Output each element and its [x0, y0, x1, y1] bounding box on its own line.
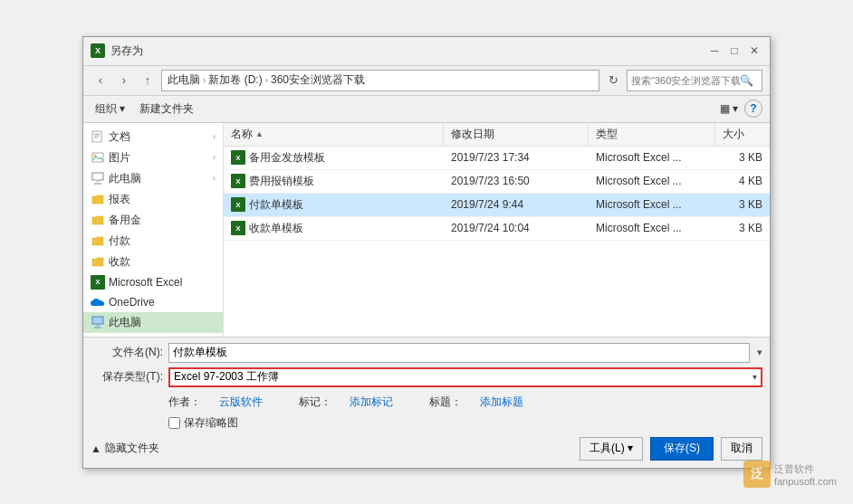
author-value[interactable]: 云版软件 — [219, 395, 263, 410]
file-size-cell: 3 KB — [715, 147, 770, 169]
sidebar-item-fukuan[interactable]: 付款 — [83, 231, 223, 252]
filename-label: 文件名(N): — [91, 345, 163, 360]
dropdown-arrow-icon: ▾ — [752, 372, 757, 382]
file-size-cell: 3 KB — [715, 194, 770, 216]
computer-icon-top — [91, 171, 105, 185]
forward-button[interactable]: › — [114, 71, 134, 90]
excel-file-icon: X — [231, 150, 245, 165]
computer-icon — [91, 315, 105, 329]
file-name-cell: X 费用报销模板 — [224, 170, 444, 193]
onedrive-icon — [91, 295, 105, 309]
filetype-dropdown[interactable]: Excel 97-2003 工作簿 ▾ — [168, 367, 762, 387]
sidebar-item-this-pc[interactable]: 此电脑 — [83, 312, 223, 333]
title-bar: X 另存为 ─ □ ✕ — [83, 37, 770, 66]
file-type-cell: Microsoft Excel ... — [589, 217, 715, 240]
sidebar-item-documents[interactable]: 文档 › — [83, 127, 223, 147]
organize-button[interactable]: 组织 ▾ — [91, 99, 129, 119]
file-type-cell: Microsoft Excel ... — [589, 194, 715, 216]
hide-folders-icon: ▲ — [91, 442, 101, 455]
sidebar-item-baobiao[interactable]: 报表 — [83, 189, 223, 210]
file-date-cell: 2019/7/24 9:44 — [444, 194, 589, 216]
folder-icon-shoukuan — [91, 254, 105, 269]
sidebar-item-beiyongjin[interactable]: 备用金 — [83, 210, 223, 231]
svg-rect-7 — [96, 180, 100, 182]
filename-input[interactable] — [168, 343, 750, 363]
title-controls: ─ □ ✕ — [706, 43, 762, 59]
search-input[interactable] — [631, 75, 740, 86]
svg-rect-10 — [96, 324, 100, 326]
file-row-selected[interactable]: X 付款单模板 2019/7/24 9:44 Microsoft Excel .… — [224, 194, 770, 217]
cancel-button[interactable]: 取消 — [721, 437, 762, 461]
svg-rect-6 — [92, 173, 103, 180]
col-header-name[interactable]: 名称 ▲ — [224, 123, 444, 146]
close-button[interactable]: ✕ — [746, 43, 762, 59]
file-name-cell: X 备用金发放模板 — [224, 147, 444, 169]
filetype-label: 保存类型(T): — [91, 369, 163, 385]
filename-dropdown-arrow[interactable]: ▾ — [757, 347, 762, 358]
file-type-cell: Microsoft Excel ... — [589, 170, 715, 193]
address-bar: ‹ › ↑ 此电脑 › 新加卷 (D:) › 360安全浏览器下载 ↻ 🔍 — [83, 66, 770, 96]
save-as-dialog: X 另存为 ─ □ ✕ ‹ › ↑ 此电脑 › 新加卷 (D:) › 360安全… — [82, 36, 771, 469]
refresh-button[interactable]: ↻ — [603, 71, 623, 90]
title-icon: X — [91, 43, 105, 58]
col-header-date[interactable]: 修改日期 — [444, 123, 589, 146]
search-icon[interactable]: 🔍 — [740, 74, 753, 87]
back-button[interactable]: ‹ — [91, 71, 110, 90]
sidebar-item-onedrive[interactable]: OneDrive — [83, 292, 223, 312]
file-row[interactable]: X 备用金发放模板 2019/7/23 17:34 Microsoft Exce… — [224, 147, 770, 170]
search-bar[interactable]: 🔍 — [627, 70, 762, 91]
filename-row: 文件名(N): ▾ — [91, 343, 762, 363]
col-header-size[interactable]: 大小 — [715, 123, 770, 146]
title-text: 另存为 — [110, 43, 706, 59]
tags-value[interactable]: 添加标记 — [350, 395, 393, 410]
filetype-row: 保存类型(T): Excel 97-2003 工作簿 ▾ — [91, 367, 762, 387]
sidebar-item-shoukuan[interactable]: 收款 — [83, 252, 223, 272]
document-icon — [91, 129, 105, 144]
action-buttons: 工具(L) ▾ 保存(S) 取消 — [580, 437, 762, 461]
file-row[interactable]: X 收款单模板 2019/7/24 10:04 Microsoft Excel … — [224, 217, 770, 241]
watermark-icon: 泛 — [743, 461, 771, 488]
title-value[interactable]: 添加标题 — [480, 395, 523, 410]
thumbnail-checkbox[interactable] — [168, 417, 180, 429]
breadcrumb-drive[interactable]: 新加卷 (D:) — [208, 72, 262, 88]
excel-icon: X — [91, 275, 105, 290]
tools-button[interactable]: 工具(L) ▾ — [580, 437, 643, 461]
author-label: 作者： — [168, 395, 201, 410]
toolbar: 组织 ▾ 新建文件夹 ▦ ▾ ? — [83, 96, 770, 123]
action-bar: ▲ 隐藏文件夹 工具(L) ▾ 保存(S) 取消 — [91, 433, 762, 462]
excel-file-icon: X — [231, 221, 245, 235]
checkbox-row: 保存缩略图 — [91, 413, 762, 433]
sidebar-item-pictures[interactable]: 图片 › — [83, 147, 223, 168]
view-icon-button[interactable]: ▦ ▾ — [715, 100, 743, 118]
sidebar: 文档 › 图片 › — [83, 123, 224, 337]
main-content: 文档 › 图片 › — [83, 123, 770, 337]
file-date-cell: 2019/7/23 16:50 — [444, 170, 589, 193]
breadcrumb[interactable]: 此电脑 › 新加卷 (D:) › 360安全浏览器下载 — [161, 70, 599, 91]
help-button[interactable]: ? — [744, 100, 762, 118]
col-header-type[interactable]: 类型 — [589, 123, 715, 146]
sidebar-item-this-pc-top[interactable]: 此电脑 › — [83, 168, 223, 189]
excel-file-icon: X — [231, 197, 245, 212]
up-button[interactable]: ↑ — [138, 71, 158, 90]
file-type-cell: Microsoft Excel ... — [589, 147, 715, 169]
bottom-area: 文件名(N): ▾ 保存类型(T): Excel 97-2003 工作簿 ▾ 作… — [83, 337, 770, 468]
excel-file-icon: X — [231, 174, 245, 188]
folder-icon-beiyongjin — [91, 213, 105, 227]
file-name-cell: X 付款单模板 — [224, 194, 444, 216]
breadcrumb-folder[interactable]: 360安全浏览器下载 — [271, 72, 365, 88]
file-size-cell: 4 KB — [715, 170, 770, 193]
maximize-button[interactable]: □ — [726, 43, 743, 59]
watermark: 泛 泛普软件 fanpusoft.com — [743, 461, 837, 488]
watermark-text: 泛普软件 fanpusoft.com — [774, 462, 837, 487]
file-date-cell: 2019/7/24 10:04 — [444, 217, 589, 240]
hide-folders-area[interactable]: ▲ 隐藏文件夹 — [91, 441, 159, 456]
svg-rect-0 — [92, 131, 101, 142]
save-button[interactable]: 保存(S) — [650, 437, 714, 461]
file-row[interactable]: X 费用报销模板 2019/7/23 16:50 Microsoft Excel… — [224, 170, 770, 194]
tags-label: 标记： — [299, 395, 331, 410]
sidebar-item-excel[interactable]: X Microsoft Excel — [83, 272, 223, 292]
minimize-button[interactable]: ─ — [706, 43, 723, 59]
breadcrumb-pc[interactable]: 此电脑 — [168, 72, 200, 88]
new-folder-button[interactable]: 新建文件夹 — [135, 99, 198, 119]
title-label: 标题： — [429, 395, 462, 410]
